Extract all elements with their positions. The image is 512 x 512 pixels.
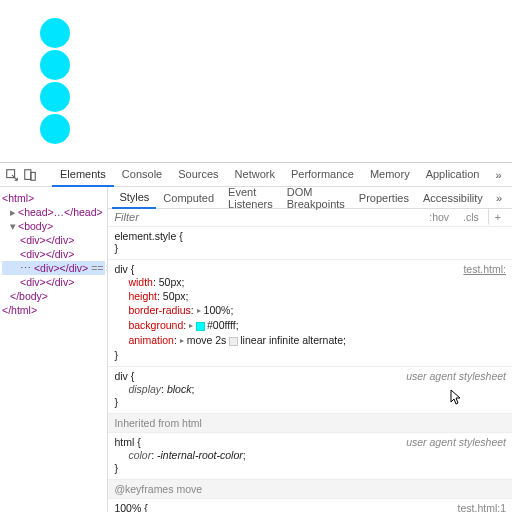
- inherited-from-label: Inherited from html: [108, 414, 512, 433]
- dom-node-selected: ⋯ <div></div> == $0: [2, 261, 105, 275]
- animated-circle: [40, 18, 70, 48]
- expand-icon: ▸: [197, 306, 201, 315]
- tab-memory[interactable]: Memory: [362, 163, 418, 187]
- subtab-properties[interactable]: Properties: [352, 188, 416, 208]
- expand-icon: ▸: [180, 337, 184, 346]
- tab-sources[interactable]: Sources: [170, 163, 226, 187]
- inspect-icon[interactable]: [4, 166, 20, 184]
- rule-div[interactable]: test.html: div { width: 50px; height: 50…: [108, 260, 512, 367]
- expand-icon: ▸: [189, 321, 193, 330]
- rule-keyframe[interactable]: test.html:1 100% { transform: translate(…: [108, 499, 512, 512]
- animated-circle: [40, 50, 70, 80]
- hov-toggle[interactable]: :hov: [424, 209, 454, 225]
- tab-elements[interactable]: Elements: [52, 163, 114, 187]
- new-rule-button[interactable]: +: [488, 209, 506, 225]
- dom-tree[interactable]: <html> ▸<head>…</head> ▾<body> <div></di…: [0, 187, 108, 512]
- dom-node: </html>: [2, 303, 105, 317]
- page-viewport: [0, 0, 512, 162]
- device-toggle-icon[interactable]: [22, 166, 38, 184]
- keyframes-header: @keyframes move: [108, 480, 512, 499]
- styles-pane: Styles Computed Event Listeners DOM Brea…: [108, 187, 512, 512]
- dom-node: <div></div>: [2, 233, 105, 247]
- styles-filter-row: :hov .cls +: [108, 209, 512, 227]
- subtab-styles[interactable]: Styles: [112, 187, 156, 209]
- svg-rect-2: [31, 172, 35, 180]
- source-label: user agent stylesheet: [406, 370, 506, 382]
- dom-node: ▾<body>: [2, 219, 105, 233]
- tab-console[interactable]: Console: [114, 163, 170, 187]
- easing-swatch-icon: [229, 337, 238, 346]
- styles-filter-input[interactable]: [114, 211, 424, 223]
- color-swatch-icon: [196, 322, 205, 331]
- rule-element-style[interactable]: element.style { }: [108, 227, 512, 260]
- source-label: user agent stylesheet: [406, 436, 506, 448]
- dom-node: ▸<head>…</head>: [2, 205, 105, 219]
- dom-node: <html>: [2, 191, 105, 205]
- dom-node: <div></div>: [2, 275, 105, 289]
- animated-circle: [40, 114, 70, 144]
- subtabs-overflow-icon[interactable]: »: [490, 192, 508, 204]
- css-rules: element.style { } test.html: div { width…: [108, 227, 512, 512]
- cls-toggle[interactable]: .cls: [458, 209, 484, 225]
- rule-ua-html: user agent stylesheet html { color: -int…: [108, 433, 512, 480]
- devtools-panel: Elements Console Sources Network Perform…: [0, 162, 512, 512]
- subtab-accessibility[interactable]: Accessibility: [416, 188, 490, 208]
- tab-application[interactable]: Application: [418, 163, 488, 187]
- source-link: test.html:1: [458, 502, 506, 512]
- dom-node: <div></div>: [2, 247, 105, 261]
- subtab-computed[interactable]: Computed: [156, 188, 221, 208]
- tabs-overflow-icon[interactable]: »: [489, 169, 507, 181]
- animated-circle: [40, 82, 70, 112]
- dom-node: </body>: [2, 289, 105, 303]
- rule-ua-div: user agent stylesheet div { display: blo…: [108, 367, 512, 414]
- styles-subtabs: Styles Computed Event Listeners DOM Brea…: [108, 187, 512, 209]
- svg-rect-1: [25, 169, 31, 179]
- source-link: test.html:: [463, 263, 506, 275]
